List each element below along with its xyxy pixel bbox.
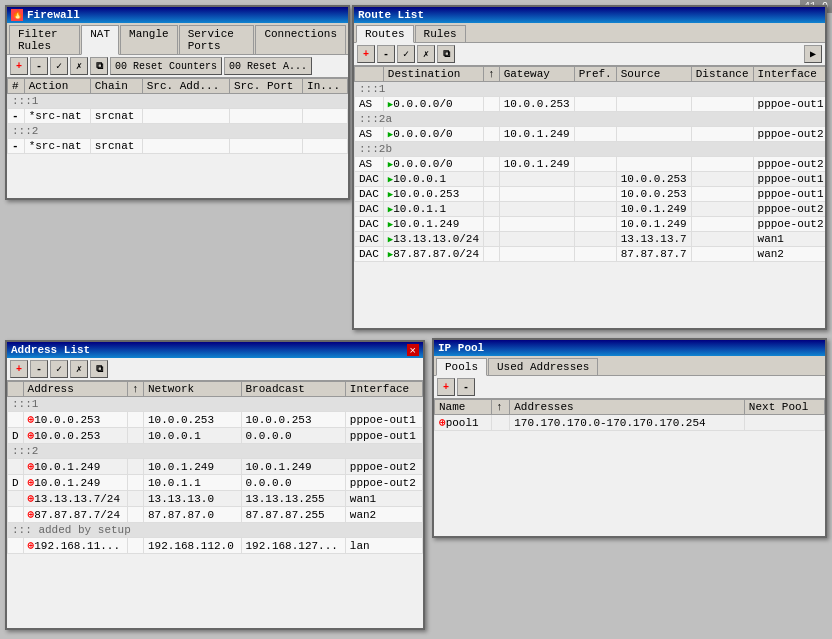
address-list-close-button[interactable]: × xyxy=(407,344,419,356)
tab-nat[interactable]: NAT xyxy=(81,25,119,55)
tab-mangle[interactable]: Mangle xyxy=(120,25,178,54)
table-row[interactable]: - *src-nat srcnat xyxy=(8,109,348,124)
table-row[interactable]: - *src-nat srcnat xyxy=(8,139,348,154)
table-row[interactable]: ⊕10.0.0.253 10.0.0.253 10.0.0.253 pppoe-… xyxy=(8,412,423,428)
route-list-window: Route List Routes Rules + - ✓ ✗ ⧉ ▶ Dest… xyxy=(352,5,827,330)
ip-pool-title-bar: IP Pool xyxy=(434,340,825,356)
row-interface: pppoe-out2 xyxy=(345,459,422,475)
table-row[interactable]: ⊕192.168.11... 192.168.112.0 192.168.127… xyxy=(8,538,423,554)
fw-remove-button[interactable]: - xyxy=(30,57,48,75)
tab-rules[interactable]: Rules xyxy=(415,25,466,42)
row-in xyxy=(303,109,348,124)
row-gateway xyxy=(499,217,574,232)
table-row[interactable]: AS ▶0.0.0.0/0 10.0.1.249 pppoe-out2 2 xyxy=(355,127,826,142)
table-row[interactable]: AS ▶0.0.0.0/0 10.0.0.253 pppoe-out1 1 xyxy=(355,97,826,112)
row-next-pool xyxy=(744,415,824,431)
table-row[interactable]: DAC ▶10.0.0.1 10.0.0.253 pppoe-out1 xyxy=(355,172,826,187)
row-interface: pppoe-out1 xyxy=(345,428,422,444)
rl-remove-button[interactable]: - xyxy=(377,45,395,63)
address-list-title-bar: Address List × xyxy=(7,342,423,358)
tab-service-ports[interactable]: Service Ports xyxy=(179,25,255,54)
row-network: 10.0.1.1 xyxy=(143,475,241,491)
row-sort xyxy=(484,217,500,232)
row-broadcast: 192.168.127... xyxy=(241,538,345,554)
row-source: 10.0.1.249 xyxy=(616,217,691,232)
ip-add-button[interactable]: + xyxy=(437,378,455,396)
row-address: ⊕87.87.87.7/24 xyxy=(23,507,127,523)
table-row[interactable]: DAC ▶13.13.13.0/24 13.13.13.7 wan1 xyxy=(355,232,826,247)
row-flag: D xyxy=(8,428,24,444)
tab-connections[interactable]: Connections xyxy=(255,25,346,54)
row-gateway xyxy=(499,202,574,217)
row-dst-type: DAC xyxy=(355,172,384,187)
fw-reset-counters-button[interactable]: 00 Reset Counters xyxy=(110,57,222,75)
tab-pools[interactable]: Pools xyxy=(436,358,487,376)
col-num: # xyxy=(8,79,25,94)
tab-used-addresses[interactable]: Used Addresses xyxy=(488,358,598,375)
row-dst-type: DAC xyxy=(355,247,384,262)
rl-enable-button[interactable]: ✓ xyxy=(397,45,415,63)
al-add-button[interactable]: + xyxy=(10,360,28,378)
row-in xyxy=(303,139,348,154)
tab-routes[interactable]: Routes xyxy=(356,25,414,43)
col-broadcast: Broadcast xyxy=(241,382,345,397)
tab-filter-rules[interactable]: Filter Rules xyxy=(9,25,80,54)
row-sort xyxy=(484,127,500,142)
rl-copy-button[interactable]: ⧉ xyxy=(437,45,455,63)
al-group-row-1: :::1 xyxy=(8,397,423,412)
row-destination: ▶13.13.13.0/24 xyxy=(383,232,483,247)
al-disable-button[interactable]: ✗ xyxy=(70,360,88,378)
row-interface: pppoe-out2 xyxy=(753,157,825,172)
fw-group-row-1: :::1 xyxy=(8,94,348,109)
table-row[interactable]: ⊕10.0.1.249 10.0.1.249 10.0.1.249 pppoe-… xyxy=(8,459,423,475)
col-addresses: Addresses xyxy=(510,400,745,415)
row-dst-type: AS xyxy=(355,97,384,112)
address-list-table-container: Address ↑ Network Broadcast Interface ::… xyxy=(7,381,423,626)
row-sort xyxy=(127,459,143,475)
al-remove-button[interactable]: - xyxy=(30,360,48,378)
row-sort xyxy=(127,507,143,523)
row-action: *src-nat xyxy=(24,139,90,154)
table-row[interactable]: D ⊕10.0.1.249 10.0.1.1 0.0.0.0 pppoe-out… xyxy=(8,475,423,491)
row-sort xyxy=(484,202,500,217)
fw-enable-button[interactable]: ✓ xyxy=(50,57,68,75)
fw-reset-a-button[interactable]: 00 Reset A... xyxy=(224,57,312,75)
row-chain: srcnat xyxy=(90,109,142,124)
row-sort xyxy=(127,475,143,491)
row-distance xyxy=(691,217,753,232)
al-enable-button[interactable]: ✓ xyxy=(50,360,68,378)
row-distance xyxy=(691,187,753,202)
row-network: 10.0.0.1 xyxy=(143,428,241,444)
table-row[interactable]: D ⊕10.0.0.253 10.0.0.1 0.0.0.0 pppoe-out… xyxy=(8,428,423,444)
table-row[interactable]: DAC ▶10.0.1.249 10.0.1.249 pppoe-out2 xyxy=(355,217,826,232)
firewall-table-container: # Action Chain Src. Add... Src. Port In.… xyxy=(7,78,348,198)
row-pref xyxy=(574,217,616,232)
row-pref xyxy=(574,97,616,112)
rl-scroll-right[interactable]: ▶ xyxy=(804,45,822,63)
row-destination: ▶0.0.0.0/0 xyxy=(383,157,483,172)
row-action: *src-nat xyxy=(24,109,90,124)
table-row[interactable]: DAC ▶87.87.87.0/24 87.87.87.7 wan2 xyxy=(355,247,826,262)
table-row[interactable]: AS ▶0.0.0.0/0 10.0.1.249 pppoe-out2 xyxy=(355,157,826,172)
col-src-addr: Src. Add... xyxy=(142,79,229,94)
table-row[interactable]: DAC ▶10.0.0.253 10.0.0.253 pppoe-out1 xyxy=(355,187,826,202)
table-row[interactable]: DAC ▶10.0.1.1 10.0.1.249 pppoe-out2 xyxy=(355,202,826,217)
rl-disable-button[interactable]: ✗ xyxy=(417,45,435,63)
firewall-toolbar: + - ✓ ✗ ⧉ 00 Reset Counters 00 Reset A..… xyxy=(7,55,348,78)
rl-add-button[interactable]: + xyxy=(357,45,375,63)
row-broadcast: 13.13.13.255 xyxy=(241,491,345,507)
fw-add-button[interactable]: + xyxy=(10,57,28,75)
fw-disable-button[interactable]: ✗ xyxy=(70,57,88,75)
row-sort xyxy=(484,187,500,202)
table-row[interactable]: ⊕13.13.13.7/24 13.13.13.0 13.13.13.255 w… xyxy=(8,491,423,507)
route-list-tab-bar: Routes Rules xyxy=(354,23,825,43)
row-flag xyxy=(8,507,24,523)
fw-copy-button[interactable]: ⧉ xyxy=(90,57,108,75)
table-row[interactable]: ⊕87.87.87.7/24 87.87.87.0 87.87.87.255 w… xyxy=(8,507,423,523)
al-copy-button[interactable]: ⧉ xyxy=(90,360,108,378)
al-group-row-2: :::2 xyxy=(8,444,423,459)
ip-remove-button[interactable]: - xyxy=(457,378,475,396)
col-interface: Interface xyxy=(345,382,422,397)
table-row[interactable]: ⊕pool1 170.170.170.0-170.170.170.254 xyxy=(435,415,825,431)
col-in: In... xyxy=(303,79,348,94)
